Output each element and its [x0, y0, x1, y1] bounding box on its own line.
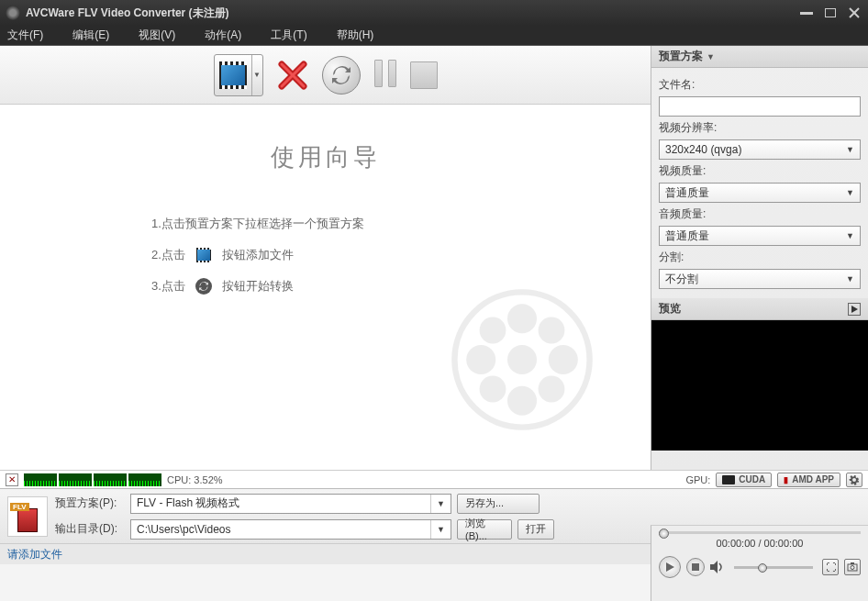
fullscreen-button[interactable]: ⛶: [822, 559, 839, 575]
preview-box: [651, 320, 868, 451]
resolution-label: 视频分辨率:: [659, 120, 861, 136]
volume-icon[interactable]: [710, 561, 725, 573]
amd-badge[interactable]: ▮AMD APP: [777, 473, 840, 487]
preset-panel-header[interactable]: 预置方案 ▼: [651, 46, 868, 68]
menu-action[interactable]: 动作(A): [205, 28, 241, 43]
svg-marker-21: [710, 561, 718, 573]
preset-header-label: 预置方案: [659, 49, 703, 64]
svg-point-15: [539, 317, 565, 344]
toolbar: ▼: [0, 46, 651, 105]
wizard-step-2: 2.点击 按钮添加文件: [151, 239, 651, 271]
step2a-text: 2.点击: [151, 247, 185, 263]
split-select[interactable]: 不分割▼: [659, 269, 861, 289]
convert-button[interactable]: [322, 56, 361, 95]
app-icon: [6, 6, 20, 20]
chevron-down-icon: ▼: [430, 495, 445, 513]
audio-quality-label: 音频质量:: [659, 206, 861, 222]
svg-point-13: [549, 345, 578, 374]
time-label: 00:00:00 / 00:00:00: [659, 538, 861, 549]
video-quality-label: 视频质量:: [659, 163, 861, 179]
stop-preview-button[interactable]: [686, 558, 705, 576]
format-icon: FLV: [7, 496, 48, 537]
preset-combo[interactable]: FLV - Flash 视频格式▼: [130, 494, 451, 514]
flv-badge-icon: FLV: [10, 503, 29, 511]
preview-panel-header: 预览: [651, 298, 868, 320]
chevron-down-icon: ▼: [846, 274, 854, 284]
svg-rect-0: [800, 12, 813, 15]
pause-button[interactable]: [372, 60, 399, 91]
status-bar: ✕ CPU: 3.52% GPU: CUDA ▮AMD APP: [0, 470, 868, 488]
maximize-button[interactable]: [822, 6, 839, 19]
step2b-text: 按钮添加文件: [222, 247, 294, 263]
stop-button[interactable]: [410, 61, 438, 89]
svg-marker-18: [851, 306, 858, 313]
chevron-down-icon: ▼: [846, 188, 854, 197]
remove-button[interactable]: [274, 57, 311, 94]
preset-label: 预置方案(P):: [55, 495, 125, 511]
menu-view[interactable]: 视图(V): [139, 28, 175, 43]
step1-text: 1.点击预置方案下拉框选择一个预置方案: [151, 216, 364, 232]
preview-header-label: 预览: [659, 301, 681, 317]
close-meter-button[interactable]: ✕: [6, 473, 18, 486]
film-icon: [17, 508, 38, 532]
output-combo[interactable]: C:\Users\pc\Videos▼: [130, 519, 451, 540]
convert-small-icon: [195, 278, 212, 295]
reel-watermark-icon: [449, 286, 595, 433]
svg-point-9: [507, 345, 537, 374]
svg-point-16: [480, 376, 506, 403]
gpu-label: GPU:: [685, 474, 710, 485]
volume-slider[interactable]: [734, 566, 813, 569]
chevron-down-icon: ▼: [430, 520, 445, 539]
add-file-button[interactable]: ▼: [214, 54, 263, 96]
menu-edit[interactable]: 编辑(E): [72, 28, 109, 43]
audio-quality-select[interactable]: 普通质量▼: [659, 226, 861, 246]
snapshot-button[interactable]: [844, 559, 861, 575]
resolution-select[interactable]: 320x240 (qvga)▼: [659, 139, 861, 160]
window-title: AVCWare FLV Video Converter (未注册): [26, 6, 798, 21]
nvidia-icon: [722, 475, 735, 484]
svg-point-12: [466, 345, 495, 374]
svg-point-14: [480, 317, 506, 344]
svg-rect-1: [825, 8, 836, 17]
side-panel: 预置方案 ▼ 文件名: 视频分辨率: 320x240 (qvga)▼ 视频质量:…: [651, 46, 868, 470]
svg-marker-19: [666, 562, 674, 572]
svg-point-11: [507, 386, 537, 416]
chevron-down-icon[interactable]: ▼: [251, 55, 262, 95]
svg-point-23: [851, 566, 854, 570]
svg-rect-24: [851, 562, 854, 564]
split-label: 分割:: [659, 250, 861, 265]
play-button[interactable]: [659, 556, 681, 578]
wizard-step-1: 1.点击预置方案下拉框选择一个预置方案: [151, 208, 651, 239]
chevron-down-icon: ▼: [707, 52, 715, 61]
wizard-area: 使用向导 1.点击预置方案下拉框选择一个预置方案 2.点击 按钮添加文件 3.点…: [0, 105, 651, 470]
hint-text: 请添加文件: [7, 547, 62, 562]
menu-tool[interactable]: 工具(T): [271, 28, 306, 43]
step3a-text: 3.点击: [151, 278, 185, 295]
menu-help[interactable]: 帮助(H): [337, 28, 374, 43]
cuda-badge[interactable]: CUDA: [716, 473, 772, 487]
chevron-down-icon: ▼: [846, 231, 854, 240]
video-quality-select[interactable]: 普通质量▼: [659, 183, 861, 203]
minimize-button[interactable]: [798, 6, 815, 19]
close-button[interactable]: [846, 6, 862, 19]
preview-controls: 00:00:00 / 00:00:00 ⛶: [651, 526, 868, 584]
step3b-text: 按钮开始转换: [222, 278, 294, 295]
cpu-label: CPU: 3.52%: [167, 474, 223, 485]
detach-preview-button[interactable]: [848, 303, 861, 316]
seek-slider[interactable]: [659, 531, 861, 534]
save-as-button[interactable]: 另存为...: [457, 494, 540, 514]
browse-button[interactable]: 浏览(B)...: [457, 519, 512, 540]
filename-input[interactable]: [659, 96, 861, 117]
film-icon: [196, 248, 211, 262]
amd-icon: ▮: [784, 475, 788, 484]
settings-button[interactable]: [846, 473, 862, 487]
svg-point-10: [507, 304, 537, 333]
open-button[interactable]: 打开: [517, 519, 554, 540]
title-bar: AVCWare FLV Video Converter (未注册): [0, 0, 868, 26]
main-pane: ▼ 使用向导 1.点击预置方案下拉框选择一个预置方案 2.点击 按钮添加文件: [0, 46, 651, 470]
chevron-down-icon: ▼: [846, 145, 854, 154]
menu-file[interactable]: 文件(F): [7, 28, 43, 43]
menu-bar: 文件(F) 编辑(E) 视图(V) 动作(A) 工具(T) 帮助(H): [0, 26, 868, 46]
svg-point-17: [539, 376, 565, 403]
filename-label: 文件名:: [659, 77, 861, 93]
